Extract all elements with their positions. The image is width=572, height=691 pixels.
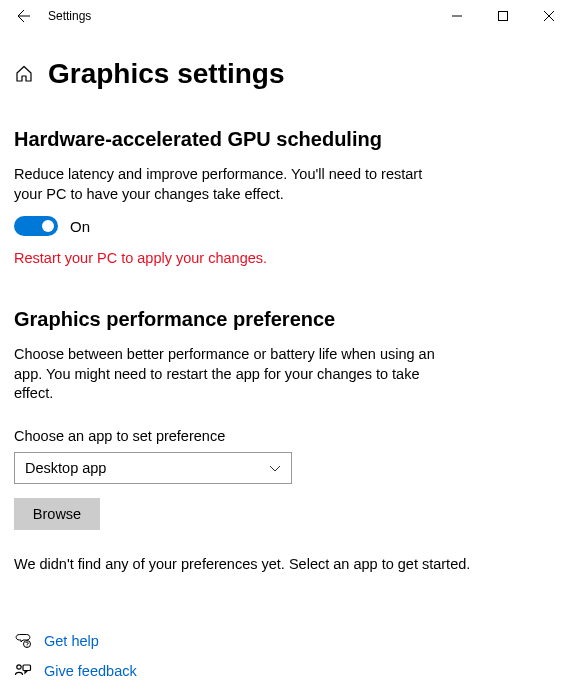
back-arrow-icon: [16, 8, 32, 24]
get-help-link[interactable]: Get help: [44, 633, 99, 649]
app-type-dropdown[interactable]: Desktop app: [14, 452, 292, 484]
titlebar: Settings: [0, 0, 572, 32]
restart-message: Restart your PC to apply your changes.: [14, 250, 558, 266]
maximize-button[interactable]: [480, 0, 526, 32]
gpu-scheduling-toggle[interactable]: [14, 216, 58, 236]
toggle-knob: [42, 220, 54, 232]
close-button[interactable]: [526, 0, 572, 32]
performance-pref-description: Choose between better performance or bat…: [14, 345, 454, 404]
app-type-label: Choose an app to set preference: [14, 428, 558, 444]
back-button[interactable]: [8, 0, 40, 32]
window-title: Settings: [40, 9, 91, 23]
browse-button[interactable]: Browse: [14, 498, 100, 530]
get-help-row: Get help: [14, 632, 558, 650]
svg-point-3: [17, 665, 21, 669]
help-icon: [14, 632, 32, 650]
feedback-icon: [14, 662, 32, 680]
minimize-button[interactable]: [434, 0, 480, 32]
svg-point-2: [27, 645, 28, 646]
svg-rect-4: [23, 665, 31, 671]
page-title: Graphics settings: [48, 58, 285, 90]
close-icon: [544, 11, 554, 21]
home-icon[interactable]: [14, 64, 34, 84]
dropdown-value: Desktop app: [25, 460, 106, 476]
gpu-scheduling-description: Reduce latency and improve performance. …: [14, 165, 454, 204]
chevron-down-icon: [269, 462, 281, 474]
gpu-scheduling-toggle-row: On: [14, 216, 558, 236]
minimize-icon: [452, 11, 462, 21]
empty-preferences-message: We didn't find any of your preferences y…: [14, 556, 558, 572]
gpu-scheduling-heading: Hardware-accelerated GPU scheduling: [14, 128, 558, 151]
gpu-scheduling-toggle-label: On: [70, 218, 90, 235]
page-header: Graphics settings: [14, 58, 558, 90]
svg-rect-0: [499, 12, 508, 21]
give-feedback-row: Give feedback: [14, 662, 558, 680]
maximize-icon: [498, 11, 508, 21]
performance-pref-heading: Graphics performance preference: [14, 308, 558, 331]
give-feedback-link[interactable]: Give feedback: [44, 663, 137, 679]
